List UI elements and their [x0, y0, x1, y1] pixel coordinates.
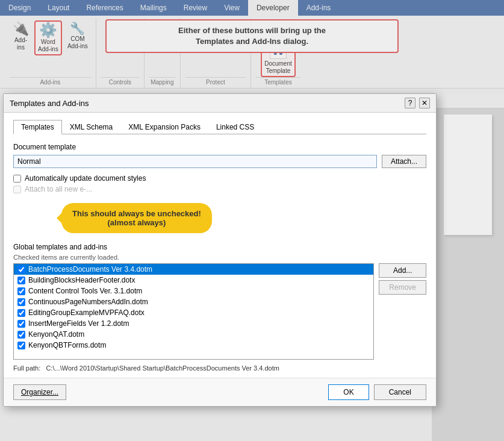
add-button[interactable]: Add...: [379, 263, 426, 278]
auto-update-checkbox[interactable]: [13, 175, 21, 183]
list-item[interactable]: Content Control Tools Ver. 3.1.dotm: [14, 286, 373, 296]
list-item[interactable]: KenyonQAT.dotm: [14, 329, 373, 340]
bubble-text: This should always be unchecked!(almost …: [72, 209, 201, 227]
list-item[interactable]: EditingGroupExampleMVPFAQ.dotx: [14, 307, 373, 318]
list-container: BatchProcessDocuments Ver 3.4.dotm Build…: [13, 263, 426, 360]
tab-templates[interactable]: Templates: [13, 120, 62, 134]
ok-button[interactable]: OK: [328, 384, 369, 400]
dialog-tab-bar: Templates XML Schema XML Expansion Packs…: [13, 120, 426, 134]
item-name-4: EditingGroupExampleMVPFAQ.dotx: [28, 308, 145, 317]
templates-addins-dialog: Templates and Add-ins ? ✕ Templates XML …: [3, 93, 437, 407]
list-item[interactable]: ContinuousPageNumbersAddIn.dotm: [14, 296, 373, 307]
dialog-controls: ? ✕: [405, 98, 430, 108]
template-input[interactable]: [13, 155, 377, 168]
dialog-title-bar: Templates and Add-ins ? ✕: [4, 94, 436, 113]
tab-xml-expansion[interactable]: XML Expansion Packs: [120, 120, 208, 134]
auto-update-checkbox-row: Automatically update document styles: [13, 174, 426, 183]
item-name-0: BatchProcessDocuments Ver 3.4.dotm: [28, 265, 152, 274]
item-name-1: BuildingBlocksHeaderFooter.dotx: [28, 276, 135, 284]
attach-new-checkbox[interactable]: [13, 186, 21, 193]
list-action-buttons: Add... Remove: [379, 263, 426, 360]
list-item[interactable]: KenyonQBTForms.dotm: [14, 340, 373, 351]
item-checkbox-0[interactable]: [17, 266, 25, 274]
item-name-7: KenyonQBTForms.dotm: [28, 341, 106, 349]
callout-bubble: This should always be unchecked!(almost …: [61, 203, 212, 233]
remove-button[interactable]: Remove: [379, 280, 426, 295]
footer-right: OK Cancel: [328, 384, 426, 400]
template-row: Attach...: [13, 155, 426, 168]
list-item[interactable]: BatchProcessDocuments Ver 3.4.dotm: [14, 264, 373, 275]
item-checkbox-7[interactable]: [17, 342, 25, 349]
tab-xml-schema[interactable]: XML Schema: [62, 120, 121, 134]
auto-update-label: Automatically update document styles: [25, 174, 146, 183]
document-template-section-label: Document template: [13, 143, 426, 151]
global-templates-label: Global templates and add-ins: [13, 243, 426, 251]
item-name-6: KenyonQAT.dotm: [28, 330, 84, 339]
full-path-label: Full path:: [13, 364, 40, 372]
tab-linked-css[interactable]: Linked CSS: [208, 120, 262, 134]
close-button[interactable]: ✕: [419, 98, 430, 108]
help-button[interactable]: ?: [405, 98, 415, 108]
full-path-row: Full path: C:\...\Word 2010\Startup\Shar…: [13, 364, 426, 372]
dialog-title: Templates and Add-ins: [10, 99, 89, 108]
list-item[interactable]: InsertMergeFields Ver 1.2.dotm: [14, 318, 373, 329]
item-checkbox-1[interactable]: [17, 277, 25, 284]
item-checkbox-4[interactable]: [17, 309, 25, 317]
dialog-footer: Organizer... OK Cancel: [4, 378, 436, 406]
item-name-2: Content Control Tools Ver. 3.1.dotm: [28, 287, 142, 295]
organizer-button[interactable]: Organizer...: [13, 384, 66, 400]
item-checkbox-5[interactable]: [17, 320, 25, 328]
attach-new-label: Attach to all new e-...: [25, 185, 92, 193]
template-list[interactable]: BatchProcessDocuments Ver 3.4.dotm Build…: [13, 263, 374, 360]
item-name-3: ContinuousPageNumbersAddIn.dotm: [28, 298, 148, 306]
dialog-body: Templates XML Schema XML Expansion Packs…: [4, 113, 436, 378]
list-item[interactable]: BuildingBlocksHeaderFooter.dotx: [14, 275, 373, 286]
attach-button[interactable]: Attach...: [382, 155, 426, 168]
cancel-button[interactable]: Cancel: [374, 384, 426, 400]
full-path-value: C:\...\Word 2010\Startup\Shared Startup\…: [46, 364, 279, 372]
footer-left: Organizer...: [13, 384, 66, 400]
item-checkbox-6[interactable]: [17, 331, 25, 339]
item-name-5: InsertMergeFields Ver 1.2.dotm: [28, 319, 129, 328]
item-checkbox-3[interactable]: [17, 298, 25, 306]
dialog-overlay: Templates and Add-ins ? ✕ Templates XML …: [0, 0, 504, 441]
item-checkbox-2[interactable]: [17, 287, 25, 295]
attach-new-checkbox-row: Attach to all new e-...: [13, 185, 426, 193]
checked-items-label: Checked items are currently loaded.: [13, 254, 426, 261]
